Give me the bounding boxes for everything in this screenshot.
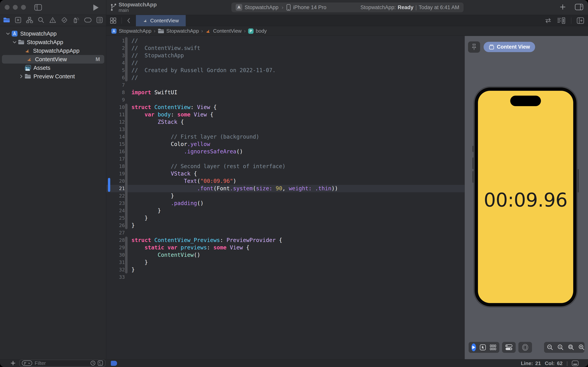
back-icon[interactable]: [127, 17, 131, 24]
preview-toggles-button[interactable]: [505, 344, 513, 351]
code-text[interactable]: Text("00:09.96"): [131, 177, 236, 185]
code-text[interactable]: static var previews: some View {: [131, 244, 250, 251]
chevron-down-icon[interactable]: [5, 32, 11, 35]
file-tree-item-stopwatchappapp[interactable]: StopwatchAppApp: [0, 46, 106, 55]
pin-preview-button[interactable]: [468, 42, 480, 53]
fold-ribbon[interactable]: [125, 237, 127, 274]
code-line-20[interactable]: 20 Text("00:09.96"): [106, 177, 464, 185]
breadcrumb-item-contentview[interactable]: ContentView: [205, 28, 242, 34]
line-number[interactable]: 13: [106, 126, 125, 133]
code-line-2[interactable]: 2// ContentView.swift: [106, 44, 464, 52]
scm-filter-icon[interactable]: [98, 360, 103, 366]
fold-ribbon[interactable]: [125, 104, 127, 229]
toggle-navigator-icon[interactable]: [34, 4, 42, 11]
editor-layout-icon[interactable]: [572, 360, 579, 366]
tab-overview-icon[interactable]: [110, 17, 117, 24]
code-text[interactable]: //: [131, 37, 138, 44]
line-number[interactable]: 4: [106, 59, 125, 67]
line-number[interactable]: 31: [106, 259, 125, 266]
file-tree-item-preview-content[interactable]: Preview Content: [0, 72, 106, 81]
code-text[interactable]: // ContentView.swift: [131, 44, 200, 52]
preview-zoom-actual-button[interactable]: 1: [557, 344, 564, 351]
zoom-window-button[interactable]: [21, 5, 26, 10]
code-line-5[interactable]: 5// Created by Russell Gordon on 2022-11…: [106, 67, 464, 74]
code-line-18[interactable]: 18 // Second layer (rest of interface): [106, 163, 464, 170]
code-line-28[interactable]: 28struct ContentView_Previews: PreviewPr…: [106, 237, 464, 244]
code-text[interactable]: var body: some View {: [131, 111, 213, 118]
line-number[interactable]: 23: [106, 200, 125, 207]
navigator-tab-capsule[interactable]: [84, 17, 92, 23]
code-text[interactable]: // Created by Russell Gordon on 2022-11-…: [131, 67, 276, 74]
code-text[interactable]: }: [131, 207, 161, 214]
breadcrumb-item-stopwatchapp[interactable]: StopwatchApp: [111, 28, 151, 34]
add-file-icon[interactable]: [10, 360, 16, 366]
code-text[interactable]: struct ContentView_Previews: PreviewProv…: [131, 237, 282, 244]
line-number[interactable]: 10: [106, 104, 125, 111]
line-number[interactable]: 9: [106, 96, 125, 104]
line-number[interactable]: 24: [106, 207, 125, 214]
code-text[interactable]: }: [131, 192, 174, 200]
app-screen[interactable]: 00:09.96: [478, 91, 573, 303]
code-text[interactable]: //: [131, 59, 138, 67]
code-line-21[interactable]: 21 .font(Font.system(size: 90, weight: .…: [106, 185, 464, 192]
jump-bar[interactable]: StopwatchApp›StopwatchApp›ContentView›Pb…: [106, 26, 588, 36]
code-line-16[interactable]: 16 .ignoresSafeArea(): [106, 148, 464, 155]
code-line-26[interactable]: 26}: [106, 222, 464, 229]
file-tree-item-contentview[interactable]: ContentViewM: [2, 55, 104, 64]
preview-device-button[interactable]: [522, 344, 529, 351]
code-line-29[interactable]: 29 static var previews: some View {: [106, 244, 464, 251]
code-line-24[interactable]: 24 }: [106, 207, 464, 214]
run-button[interactable]: [92, 4, 99, 11]
breadcrumb-item-body[interactable]: Pbody: [248, 28, 267, 34]
line-number[interactable]: 18: [106, 163, 125, 170]
code-text[interactable]: .ignoresSafeArea(): [131, 148, 243, 155]
scheme-status-bar[interactable]: A StopwatchApp › iPhone 14 Pro Stopwatch…: [231, 2, 463, 12]
code-text[interactable]: }: [131, 266, 135, 274]
activity-status[interactable]: StopwatchApp: Ready | Today at 6:41 AM: [361, 4, 459, 10]
code-line-10[interactable]: 10struct ContentView: View {: [106, 104, 464, 111]
preview-zoom-in-button[interactable]: [578, 344, 585, 351]
code-text[interactable]: ContentView(): [131, 251, 200, 259]
line-number[interactable]: 15: [106, 141, 125, 148]
line-number[interactable]: 17: [106, 155, 125, 163]
line-number[interactable]: 29: [106, 244, 125, 251]
code-line-27[interactable]: 27: [106, 229, 464, 237]
preview-zoom-fit-button[interactable]: [568, 344, 574, 351]
code-line-32[interactable]: 32}: [106, 266, 464, 274]
navigator-tab-folder[interactable]: [3, 17, 10, 24]
navigator-tab-square-x[interactable]: [15, 17, 21, 24]
code-line-15[interactable]: 15 Color.yellow: [106, 141, 464, 148]
code-line-33[interactable]: 33: [106, 274, 464, 281]
line-number[interactable]: 2: [106, 44, 125, 52]
code-line-9[interactable]: 9: [106, 96, 464, 104]
code-text[interactable]: ZStack {: [131, 118, 184, 126]
line-number[interactable]: 8: [106, 89, 125, 96]
preview-pointer-button[interactable]: [479, 344, 486, 351]
minimize-window-button[interactable]: [13, 5, 18, 10]
change-marker[interactable]: [108, 178, 110, 192]
navigator-tab-search[interactable]: [38, 17, 44, 24]
fold-ribbon[interactable]: [125, 37, 127, 82]
recents-clock-icon[interactable]: [90, 360, 96, 366]
library-plus-icon[interactable]: [559, 3, 566, 10]
code-line-17[interactable]: 17: [106, 155, 464, 163]
line-number[interactable]: 28: [106, 237, 125, 244]
code-text[interactable]: }: [131, 222, 135, 229]
line-number[interactable]: 14: [106, 133, 125, 141]
line-number[interactable]: 7: [106, 82, 125, 89]
code-text[interactable]: // StopwatchApp: [131, 52, 184, 59]
code-line-1[interactable]: 1//: [106, 37, 464, 44]
breadcrumb-item-stopwatchapp[interactable]: StopwatchApp: [158, 28, 199, 34]
code-line-4[interactable]: 4//: [106, 59, 464, 67]
line-number[interactable]: 27: [106, 229, 125, 237]
line-number[interactable]: 1: [106, 37, 125, 44]
navigator-filter-field[interactable]: Filter: [19, 360, 105, 367]
line-number[interactable]: 6: [106, 74, 125, 82]
line-number[interactable]: 32: [106, 266, 125, 274]
code-text[interactable]: struct ContentView: View {: [131, 104, 217, 111]
line-number[interactable]: 26: [106, 222, 125, 229]
navigator-tab-report[interactable]: [96, 17, 103, 24]
file-tree-item-assets[interactable]: Assets: [0, 64, 106, 72]
close-window-button[interactable]: [5, 5, 9, 10]
chevron-right-icon[interactable]: [18, 74, 25, 79]
